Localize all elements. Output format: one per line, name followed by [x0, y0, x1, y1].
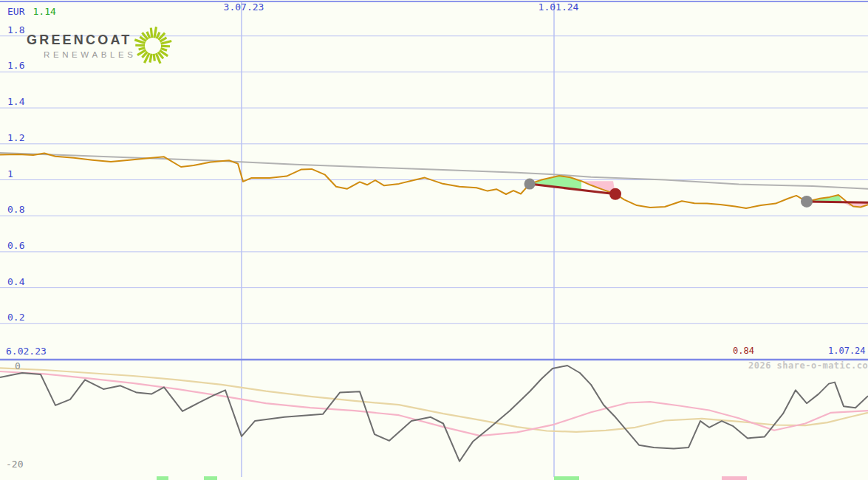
y-axis-tick-label: 1 — [7, 169, 13, 179]
y-axis-tick-label: 1.6 — [7, 61, 24, 70]
x-axis-date-label: 1.01.24 — [539, 2, 579, 12]
marker-dot — [609, 188, 621, 200]
x-axis-start-date: 6.02.23 — [6, 346, 47, 356]
logo-title: GREENCOAT — [27, 32, 136, 48]
signal-bar — [157, 476, 168, 480]
marker-dot — [801, 196, 813, 208]
oscillator-tick-label: 0 — [15, 361, 21, 371]
y-axis-tick-label: 1.8 — [7, 25, 24, 35]
signal-bar — [722, 476, 747, 480]
trend-value-label: 0.84 — [733, 346, 754, 356]
price-line — [0, 154, 868, 209]
y-axis-tick-label: 1.4 — [7, 97, 24, 106]
marker-dot — [524, 179, 536, 190]
signal-fast-line — [0, 371, 868, 436]
company-logo: GREENCOAT RENEWABLES — [27, 32, 136, 59]
x-axis-end-date: 1.07.24 — [828, 346, 866, 356]
oscillator-tick-label: -20 — [6, 459, 23, 469]
sunburst-ray — [150, 54, 151, 63]
y-axis-tick-label: 0.8 — [7, 205, 24, 214]
y-axis-tick-label: 1.2 — [7, 133, 24, 143]
last-price-readout: EUR1.14 — [7, 6, 56, 17]
y-axis-tick-label: 0.4 — [7, 277, 24, 287]
y-axis-tick-label: 0.6 — [7, 241, 24, 250]
sunburst-ray — [154, 54, 154, 61]
sunburst-ray — [154, 27, 157, 38]
y-axis-tick-label: 0.2 — [7, 312, 24, 322]
oscillator-line — [0, 366, 868, 462]
signal-slow-line — [0, 368, 868, 432]
moving-average-line — [0, 153, 868, 189]
signal-bar — [554, 476, 579, 480]
stock-chart-page: EUR1.14 GREENCOAT RENEWABLES 6.02.23 0.8… — [0, 0, 868, 480]
price-chart-canvas — [0, 0, 868, 480]
logo-subtitle: RENEWABLES — [27, 50, 136, 59]
sunburst-ray — [139, 48, 146, 49]
signal-bar — [204, 476, 217, 480]
x-axis-date-label: 3.07.23 — [224, 2, 264, 12]
last-price-value: 1.14 — [33, 6, 55, 17]
sunburst-ray — [160, 48, 167, 50]
watermark: 2026 share-o-matic.com — [748, 360, 868, 371]
sunburst-ray — [151, 28, 151, 38]
trendline-2-line — [807, 202, 868, 202]
currency-label: EUR — [7, 6, 24, 17]
sunburst-logo-icon — [131, 24, 174, 67]
